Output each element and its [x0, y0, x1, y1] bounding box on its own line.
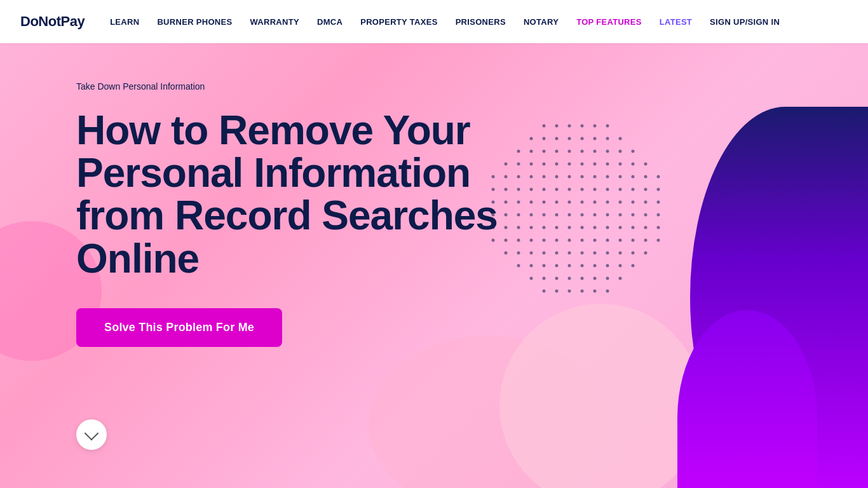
nav-item-learn[interactable]: LEARN [110, 16, 139, 27]
nav-item-notary[interactable]: NOTARY [524, 16, 559, 27]
hero-title: How to Remove Your Personal Information … [76, 109, 534, 280]
site-logo[interactable]: DoNotPay [20, 13, 85, 30]
nav-item-prisoners[interactable]: PRISONERS [456, 16, 506, 27]
nav-item-latest[interactable]: LATEST [660, 16, 692, 27]
nav-item-sign-in[interactable]: SIGN UP/SIGN IN [710, 16, 780, 27]
cta-button[interactable]: Solve This Problem For Me [76, 308, 282, 347]
nav-link-sign-in[interactable]: SIGN UP/SIGN IN [710, 17, 780, 27]
nav-item-dmca[interactable]: DMCA [317, 16, 342, 27]
scroll-down-button[interactable] [76, 419, 107, 450]
chevron-down-icon [85, 426, 99, 441]
nav-link-latest[interactable]: LATEST [660, 17, 692, 27]
nav-link-prisoners[interactable]: PRISONERS [456, 17, 506, 27]
navbar: DoNotPay LEARN BURNER PHONES WARRANTY DM… [0, 0, 868, 43]
nav-item-top-features[interactable]: TOP FEATURES [576, 16, 642, 27]
nav-link-learn[interactable]: LEARN [110, 17, 139, 27]
nav-link-notary[interactable]: NOTARY [524, 17, 559, 27]
nav-item-burner-phones[interactable]: BURNER PHONES [157, 16, 232, 27]
nav-item-warranty[interactable]: WARRANTY [250, 16, 299, 27]
nav-link-burner-phones[interactable]: BURNER PHONES [157, 17, 232, 27]
nav-link-top-features[interactable]: TOP FEATURES [576, 17, 642, 27]
nav-item-property-taxes[interactable]: PROPERTY TAXES [360, 16, 437, 27]
hero-section: Take Down Personal Information How to Re… [0, 43, 868, 488]
nav-links: LEARN BURNER PHONES WARRANTY DMCA PROPER… [110, 16, 780, 27]
breadcrumb: Take Down Personal Information [76, 81, 534, 92]
nav-link-property-taxes[interactable]: PROPERTY TAXES [360, 17, 437, 27]
nav-link-warranty[interactable]: WARRANTY [250, 17, 299, 27]
nav-link-dmca[interactable]: DMCA [317, 17, 342, 27]
hero-content: Take Down Personal Information How to Re… [76, 81, 534, 347]
